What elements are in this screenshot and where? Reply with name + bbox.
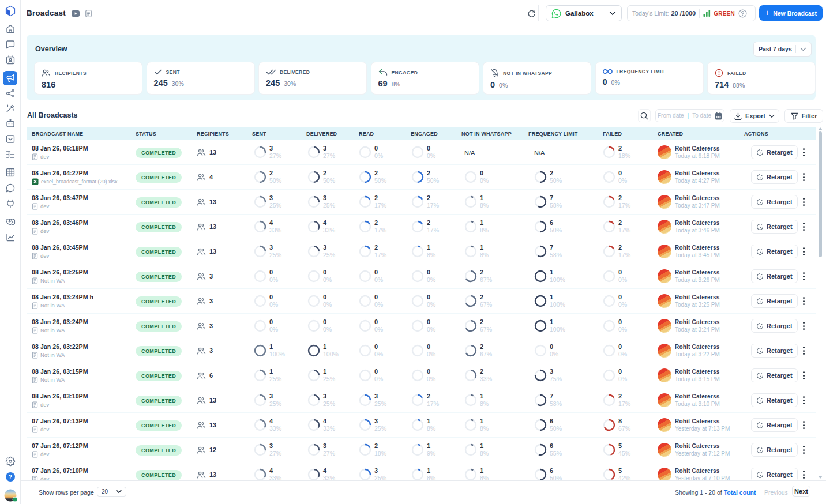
svg-text:?: ?	[8, 473, 12, 480]
